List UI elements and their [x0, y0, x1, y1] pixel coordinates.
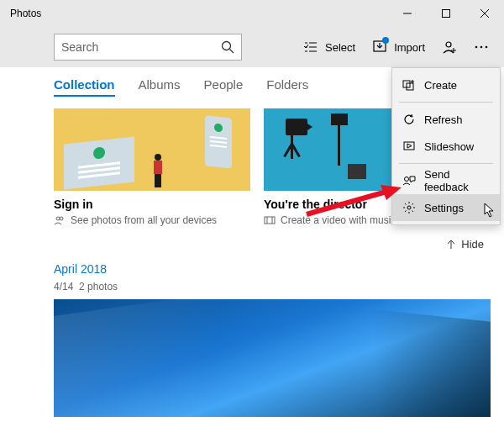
- tab-people[interactable]: People: [204, 77, 244, 97]
- app-title: Photos: [10, 8, 41, 19]
- svg-rect-1: [443, 10, 450, 18]
- ellipsis-icon: [474, 40, 489, 55]
- svg-point-14: [446, 42, 451, 47]
- menu-refresh[interactable]: Refresh: [392, 106, 500, 133]
- import-button[interactable]: Import: [364, 30, 433, 64]
- search-box[interactable]: [54, 34, 242, 61]
- section-date-title[interactable]: April 2018: [54, 262, 491, 276]
- signin-illustration: [54, 108, 250, 191]
- person-icon: [442, 40, 457, 55]
- title-bar: Photos: [0, 0, 504, 27]
- svg-point-20: [56, 217, 60, 220]
- signin-card[interactable]: Sign in See photos from all your devices: [54, 108, 250, 226]
- account-button[interactable]: [433, 30, 465, 64]
- more-button[interactable]: [465, 30, 497, 64]
- photo-thumbnail[interactable]: [54, 299, 491, 417]
- feedback-icon: [402, 174, 416, 187]
- svg-marker-35: [381, 185, 402, 200]
- people-icon: [54, 214, 66, 226]
- close-button[interactable]: [465, 0, 504, 27]
- arrow-up-icon: [446, 240, 456, 250]
- menu-slideshow[interactable]: Slideshow: [392, 133, 500, 160]
- select-button[interactable]: Select: [295, 30, 364, 64]
- create-icon: [402, 78, 416, 92]
- window-controls: [388, 0, 504, 27]
- import-icon: [372, 39, 387, 56]
- tab-albums[interactable]: Albums: [139, 77, 181, 97]
- maximize-button[interactable]: [427, 0, 465, 27]
- menu-separator: [399, 163, 493, 164]
- svg-point-33: [407, 206, 411, 209]
- svg-point-4: [223, 42, 231, 50]
- cursor-icon: [484, 203, 496, 218]
- menu-separator: [399, 102, 493, 103]
- svg-point-32: [405, 177, 409, 182]
- svg-line-34: [307, 192, 386, 214]
- context-menu: Create Refresh Slideshow Send feedback S…: [391, 67, 501, 225]
- tab-collection[interactable]: Collection: [54, 77, 115, 97]
- gear-icon: [402, 201, 416, 214]
- svg-point-17: [475, 46, 478, 49]
- hide-button[interactable]: Hide: [54, 238, 491, 250]
- svg-rect-30: [404, 142, 414, 150]
- signin-subtitle: See photos from all your devices: [54, 214, 250, 226]
- svg-marker-31: [407, 144, 412, 148]
- toolbar: Select Import: [0, 27, 504, 67]
- film-icon: [264, 214, 276, 226]
- select-icon: [303, 40, 318, 55]
- annotation-arrow: [302, 185, 403, 219]
- svg-point-21: [60, 217, 63, 220]
- slideshow-icon: [402, 140, 416, 153]
- menu-feedback[interactable]: Send feedback: [392, 167, 500, 194]
- svg-point-18: [480, 46, 483, 49]
- svg-point-19: [486, 46, 488, 49]
- search-input[interactable]: [61, 40, 221, 54]
- tab-folders[interactable]: Folders: [266, 77, 308, 97]
- svg-rect-22: [265, 217, 275, 224]
- signin-title: Sign in: [54, 198, 250, 211]
- refresh-icon: [402, 113, 416, 126]
- search-icon: [221, 40, 234, 54]
- import-label: Import: [394, 41, 425, 54]
- section-subtitle: 4/14 2 photos: [54, 281, 491, 293]
- menu-create[interactable]: Create: [392, 71, 500, 98]
- minimize-button[interactable]: [388, 0, 427, 27]
- select-label: Select: [325, 41, 355, 54]
- svg-line-5: [230, 50, 234, 54]
